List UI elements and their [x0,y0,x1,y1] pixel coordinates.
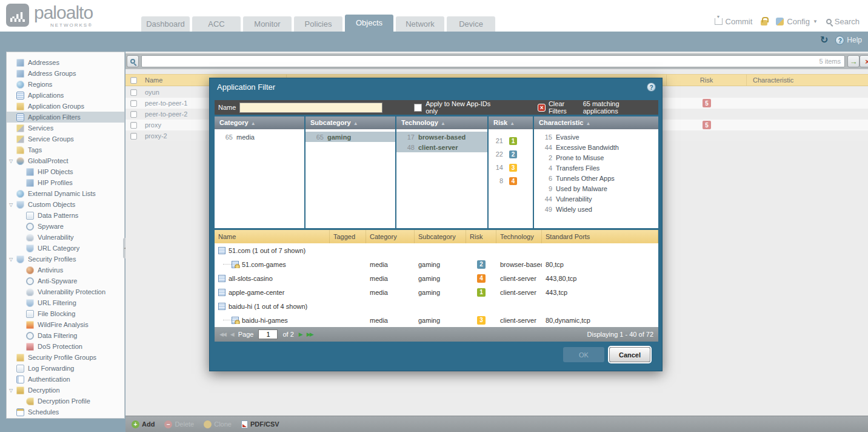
last-page-button[interactable]: ▶▶ [307,331,313,337]
sidebar-item-services[interactable]: ▽ Services [7,123,124,133]
subcategory-column-header[interactable]: Subcategory▲ [305,116,395,129]
col-tagged[interactable]: Tagged [330,230,366,243]
col-technology[interactable]: Technology [496,230,542,243]
sidebar-item-anti-spyware[interactable]: ▽ Anti-Spyware [7,275,124,286]
search-apply-button[interactable] [127,55,139,67]
sidebar-item-security-profiles[interactable]: ▽ Security Profiles [7,254,124,265]
next-page-button[interactable]: ▶ [299,331,302,337]
sidebar-item-data-patterns[interactable]: ▽ Data Patterns [7,210,124,221]
app-row-all-slots-casino[interactable]: all-slots-casino media gaming 4 client-s… [215,271,658,285]
expander-caret-icon[interactable]: ▽ [9,202,16,208]
sidebar-item-regions[interactable]: ▽ Regions [7,79,124,90]
ok-button[interactable]: OK [563,347,604,362]
page-number-input[interactable] [258,329,278,339]
config-menu-button[interactable]: Config ▼ [776,17,818,26]
column-header-risk[interactable]: Risk [667,75,747,86]
characteristic-option-evasive[interactable]: 15 Evasive [534,132,658,142]
row-checkbox[interactable] [130,133,137,140]
app-row-apple-game-center[interactable]: apple-game-center media gaming 1 client-… [215,285,658,299]
expander-caret-icon[interactable]: ▽ [9,257,16,262]
clear-filters-button[interactable]: × Clear Filters [538,100,583,115]
sidebar-item-file-blocking[interactable]: ▽ File Blocking [7,308,124,319]
select-all-checkbox[interactable] [130,77,137,84]
sidebar-item-service-groups[interactable]: ▽ Service Groups [7,133,124,144]
characteristic-option-used-by-malware[interactable]: 9 Used by Malware [534,183,658,194]
sidebar-item-application-filters[interactable]: ▽ Application Filters [7,112,124,123]
clone-button[interactable]: Clone [204,420,232,428]
sidebar-item-decryption-profile[interactable]: ▽ Decryption Profile [7,396,124,407]
sidebar-item-addresses[interactable]: ▽ Addresses [7,57,124,68]
clear-filter-button[interactable]: × [860,55,868,67]
delete-button[interactable]: − Delete [164,420,194,428]
sidebar-item-antivirus[interactable]: ▽ Antivirus [7,265,124,275]
tab-objects[interactable]: Objects [345,15,393,32]
technology-option-browser-based[interactable]: 17 browser-based [396,132,487,142]
sidebar-item-dos-protection[interactable]: ▽ DoS Protection [7,341,124,352]
risk-option-4[interactable]: 8 4 [489,174,533,187]
characteristic-column-header[interactable]: Characteristic▲ [534,116,658,129]
app-row-baidu-hi-1-out-of-4-shown[interactable]: baidu-hi (1 out of 4 shown) [215,299,658,313]
tab-network[interactable]: Network [396,16,444,32]
sidebar-item-custom-objects[interactable]: ▽ Custom Objects [7,199,124,210]
category-column-header[interactable]: Category▲ [215,116,304,129]
app-row-51-com-games[interactable]: 51.com-games media gaming 2 browser-base… [215,257,658,271]
characteristic-option-widely-used[interactable]: 49 Widely used [534,204,658,214]
col-name[interactable]: Name [215,230,330,243]
row-checkbox[interactable] [130,89,137,96]
col-standard-ports[interactable]: Standard Ports [542,230,658,243]
sidebar-item-url-category[interactable]: ▽ URL Category [7,243,124,254]
sidebar-item-wildfire-analysis[interactable]: ▽ WildFire Analysis [7,319,124,330]
risk-option-2[interactable]: 22 2 [489,147,533,161]
sidebar-item-authentication[interactable]: ▽ Authentication [7,374,124,385]
expander-caret-icon[interactable]: ▽ [9,158,16,164]
sidebar-item-hip-objects[interactable]: ▽ HIP Objects [7,166,124,177]
refresh-icon[interactable]: ↻ [820,35,828,45]
sidebar-item-globalprotect[interactable]: ▽ GlobalProtect [7,155,124,166]
row-checkbox[interactable] [130,111,137,118]
sidebar-item-vulnerability-protection[interactable]: ▽ Vulnerability Protection [7,286,124,297]
tab-acc[interactable]: ACC [192,16,241,32]
sidebar-item-applications[interactable]: ▽ Applications [7,90,124,101]
sidebar-item-spyware[interactable]: ▽ Spyware [7,221,124,232]
characteristic-option-transfers-files[interactable]: 4 Transfers Files [534,163,658,173]
characteristic-option-tunnels-other-apps[interactable]: 6 Tunnels Other Apps [534,173,658,183]
expander-caret-icon[interactable]: ▽ [9,388,16,393]
sidebar-item-data-filtering[interactable]: ▽ Data Filtering [7,330,124,341]
column-header-characteristic[interactable]: Characteristic [747,75,868,86]
category-option-media[interactable]: 65 media [215,132,304,142]
filter-name-input[interactable] [239,103,382,113]
tab-monitor[interactable]: Monitor [243,16,292,32]
prev-page-button[interactable]: ◀ [230,331,233,337]
risk-option-1[interactable]: 21 1 [489,134,533,147]
risk-option-3[interactable]: 14 3 [489,161,533,174]
technology-option-client-server[interactable]: 48 client-server [396,142,487,152]
characteristic-option-vulnerability[interactable]: 44 Vulnerability [534,194,658,204]
sidebar-item-vulnerability[interactable]: ▽ Vulnerability [7,232,124,243]
risk-column-header[interactable]: Risk▲ [489,116,533,129]
characteristic-option-prone-to-misuse[interactable]: 2 Prone to Misuse [534,152,658,163]
commit-button[interactable]: Commit [715,17,753,26]
tab-policies[interactable]: Policies [294,16,342,32]
row-checkbox[interactable] [130,122,137,129]
row-checkbox[interactable] [130,100,137,107]
sidebar-item-security-profile-groups[interactable]: ▽ Security Profile Groups [7,352,124,363]
sidebar-item-address-groups[interactable]: ▽ Address Groups [7,68,124,79]
sidebar-item-application-groups[interactable]: ▽ Application Groups [7,101,124,112]
sidebar-item-tags[interactable]: ▽ Tags [7,144,124,155]
search-button[interactable]: Search [826,17,860,26]
sidebar-item-log-forwarding[interactable]: ▽ Log Forwarding [7,363,124,374]
tab-device[interactable]: Device [447,16,495,32]
add-button[interactable]: + Add [132,420,155,428]
sidebar-item-decryption[interactable]: ▽ Decryption [7,385,124,396]
app-row-51-com-1-out-of-7-shown[interactable]: 51.com (1 out of 7 shown) [215,243,658,257]
apply-new-appids-checkbox[interactable] [414,104,422,112]
app-row-baidu-hi-games[interactable]: baidu-hi-games media gaming 3 client-ser… [215,313,658,327]
col-category[interactable]: Category [366,230,415,243]
sidebar-item-schedules[interactable]: ▽ Schedules [7,407,124,417]
sidebar-item-hip-profiles[interactable]: ▽ HIP Profiles [7,177,124,188]
pdf-csv-button[interactable]: PDF/CSV [241,420,279,428]
technology-column-header[interactable]: Technology▲ [396,116,487,129]
col-risk[interactable]: Risk [466,230,496,243]
dialog-help-icon[interactable]: ? [647,83,656,92]
col-subcategory[interactable]: Subcategory [415,230,466,243]
